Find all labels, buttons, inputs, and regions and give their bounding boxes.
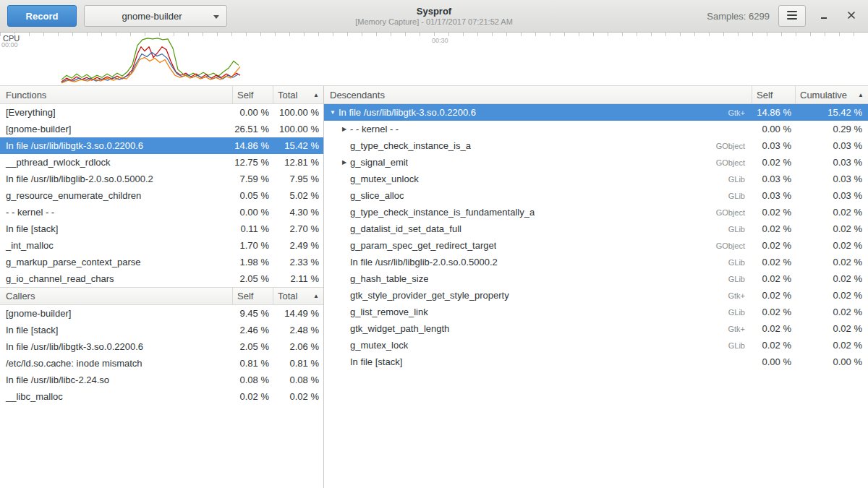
total-percent: 2.06 % bbox=[273, 341, 323, 352]
tree-row[interactable]: ▼In file /usr/lib/libgtk-3.so.0.2200.6Gt… bbox=[324, 104, 868, 121]
process-selector-button[interactable]: gnome-builder bbox=[84, 5, 227, 27]
window-title: Sysprof bbox=[355, 6, 513, 17]
function-name: In file /usr/lib/libglib-2.0.so.0.5000.2 bbox=[0, 174, 233, 184]
table-row[interactable]: In file /usr/lib/libc-2.24.so0.08 %0.08 … bbox=[0, 372, 323, 388]
table-row[interactable]: In file /usr/lib/libgtk-3.so.0.2200.614.… bbox=[0, 137, 323, 154]
tree-row[interactable]: g_param_spec_get_redirect_targetGObject0… bbox=[324, 237, 868, 254]
self-percent: 2.05 % bbox=[233, 341, 273, 352]
self-percent: 0.02 % bbox=[752, 273, 796, 284]
tree-row[interactable]: g_mutex_lockGLib0.02 %0.02 % bbox=[324, 337, 868, 354]
total-percent: 2.48 % bbox=[273, 325, 323, 335]
table-row[interactable]: In file [stack]0.11 %2.70 % bbox=[0, 221, 323, 237]
tree-row[interactable]: g_mutex_unlockGLib0.03 %0.03 % bbox=[324, 171, 868, 187]
self-percent: 14.86 % bbox=[752, 107, 796, 118]
tree-row[interactable]: In file [stack]0.00 %0.00 % bbox=[324, 354, 868, 370]
tree-row[interactable]: g_type_check_instance_is_aGObject0.03 %0… bbox=[324, 137, 868, 154]
callers-column-header[interactable]: Callers bbox=[0, 288, 233, 304]
table-row[interactable]: In file /usr/lib/libgtk-3.so.0.2200.62.0… bbox=[0, 338, 323, 355]
function-name: - - kernel - - bbox=[350, 124, 399, 134]
tree-row[interactable]: g_hash_table_sizeGLib0.02 %0.02 % bbox=[324, 270, 868, 287]
cumulative-percent: 0.02 % bbox=[796, 290, 868, 301]
function-name: g_param_spec_get_redirect_target bbox=[350, 240, 496, 251]
functions-self-column-header[interactable]: Self bbox=[233, 86, 273, 103]
category-badge: GObject bbox=[716, 142, 752, 150]
cumulative-percent: 0.02 % bbox=[796, 323, 868, 334]
table-row[interactable]: _int_malloc1.70 %2.49 % bbox=[0, 237, 323, 254]
cumulative-percent: 0.03 % bbox=[796, 190, 868, 201]
cpu-graph[interactable]: CPU 00:00 00:30 bbox=[0, 33, 868, 86]
self-percent: 0.02 % bbox=[752, 240, 796, 251]
function-name: g_signal_emit bbox=[350, 157, 408, 168]
tree-row[interactable]: ▶g_signal_emitGObject0.02 %0.03 % bbox=[324, 154, 868, 171]
table-row[interactable]: g_markup_parse_context_parse1.98 %2.33 % bbox=[0, 254, 323, 270]
tree-row[interactable]: g_list_remove_linkGLib0.02 %0.02 % bbox=[324, 304, 868, 320]
category-badge: GLib bbox=[728, 225, 752, 234]
callers-total-column-header[interactable]: Total ▲ bbox=[273, 288, 323, 304]
table-row[interactable]: In file /usr/lib/libglib-2.0.so.0.5000.2… bbox=[0, 171, 323, 187]
cumulative-percent: 0.03 % bbox=[796, 140, 868, 151]
cpu-series-cpu0 bbox=[61, 38, 239, 80]
cumulative-percent: 0.02 % bbox=[796, 340, 868, 351]
function-name: g_list_remove_link bbox=[350, 307, 428, 317]
table-row[interactable]: __pthread_rwlock_rdlock12.75 %12.81 % bbox=[0, 154, 323, 171]
total-percent: 2.49 % bbox=[273, 240, 323, 251]
tree-row[interactable]: ▶- - kernel - -0.00 %0.29 % bbox=[324, 121, 868, 137]
descendants-self-column-header[interactable]: Self bbox=[752, 86, 796, 103]
table-row[interactable]: [gnome-builder]9.45 %14.49 % bbox=[0, 305, 323, 322]
tree-row[interactable]: gtk_widget_path_lengthGtk+0.02 %0.02 % bbox=[324, 320, 868, 337]
table-row[interactable]: /etc/ld.so.cache: inode mismatch0.81 %0.… bbox=[0, 355, 323, 372]
table-row[interactable]: g_io_channel_read_chars2.05 %2.11 % bbox=[0, 270, 323, 287]
descendants-column-header[interactable]: Descendants bbox=[324, 86, 752, 103]
time-label-mid: 00:30 bbox=[432, 37, 448, 44]
total-percent: 7.95 % bbox=[273, 174, 323, 184]
function-name: g_resource_enumerate_children bbox=[0, 190, 233, 201]
tree-row[interactable]: g_slice_allocGLib0.03 %0.03 % bbox=[324, 187, 868, 204]
category-badge: Gtk+ bbox=[728, 291, 752, 300]
expander-icon[interactable]: ▶ bbox=[339, 159, 350, 166]
descendants-pane: Descendants Self Cumulative ▲ ▼In file /… bbox=[324, 86, 868, 488]
functions-total-label: Total bbox=[278, 90, 297, 100]
self-percent: 0.03 % bbox=[752, 174, 796, 184]
function-name: g_mutex_unlock bbox=[350, 174, 419, 184]
function-name: In file [stack] bbox=[0, 223, 233, 234]
table-row[interactable]: [Everything]0.00 %100.00 % bbox=[0, 104, 323, 121]
self-percent: 12.75 % bbox=[233, 157, 273, 168]
function-name: __pthread_rwlock_rdlock bbox=[0, 157, 233, 168]
tree-row[interactable]: g_datalist_id_set_data_fullGLib0.02 %0.0… bbox=[324, 221, 868, 237]
record-button[interactable]: Record bbox=[7, 5, 77, 27]
table-row[interactable]: - - kernel - -0.00 %4.30 % bbox=[0, 204, 323, 221]
expander-icon[interactable]: ▼ bbox=[327, 109, 339, 116]
descendants-cumulative-column-header[interactable]: Cumulative ▲ bbox=[796, 86, 868, 103]
cumulative-percent: 0.03 % bbox=[796, 174, 868, 184]
callers-self-column-header[interactable]: Self bbox=[233, 288, 273, 304]
functions-column-header[interactable]: Functions bbox=[0, 86, 233, 103]
total-percent: 12.81 % bbox=[273, 157, 323, 168]
sort-arrow-icon: ▲ bbox=[858, 92, 864, 98]
functions-total-column-header[interactable]: Total ▲ bbox=[273, 86, 323, 103]
left-pane: Functions Self Total ▲ [Everything]0.00 … bbox=[0, 86, 324, 488]
table-row[interactable]: In file [stack]2.46 %2.48 % bbox=[0, 322, 323, 338]
table-row[interactable]: g_resource_enumerate_children0.05 %5.02 … bbox=[0, 187, 323, 204]
function-name: gtk_widget_path_length bbox=[350, 323, 449, 334]
process-selector-label: gnome-builder bbox=[93, 11, 210, 22]
expander-icon[interactable]: ▶ bbox=[339, 126, 350, 132]
function-name: g_type_check_instance_is_fundamentally_a bbox=[350, 207, 535, 218]
close-button[interactable] bbox=[842, 7, 861, 25]
menu-button[interactable] bbox=[778, 5, 806, 27]
self-percent: 0.81 % bbox=[233, 358, 273, 369]
tree-row[interactable]: In file /usr/lib/libglib-2.0.so.0.5000.2… bbox=[324, 254, 868, 270]
self-percent: 0.11 % bbox=[233, 223, 273, 234]
function-name: gtk_style_provider_get_style_property bbox=[350, 290, 509, 301]
self-percent: 2.46 % bbox=[233, 325, 273, 335]
category-badge: Gtk+ bbox=[728, 108, 752, 117]
table-row[interactable]: __libc_malloc0.02 %0.02 % bbox=[0, 388, 323, 405]
cumulative-percent: 0.02 % bbox=[796, 240, 868, 251]
tree-row[interactable]: g_type_check_instance_is_fundamentally_a… bbox=[324, 204, 868, 221]
callers-table-header: Callers Self Total ▲ bbox=[0, 287, 323, 305]
self-percent: 0.05 % bbox=[233, 190, 273, 201]
function-name: g_hash_table_size bbox=[350, 273, 428, 284]
tree-row[interactable]: gtk_style_provider_get_style_propertyGtk… bbox=[324, 287, 868, 304]
minimize-button[interactable] bbox=[814, 7, 833, 25]
table-row[interactable]: [gnome-builder]26.51 %100.00 % bbox=[0, 121, 323, 137]
self-percent: 0.08 % bbox=[233, 374, 273, 385]
